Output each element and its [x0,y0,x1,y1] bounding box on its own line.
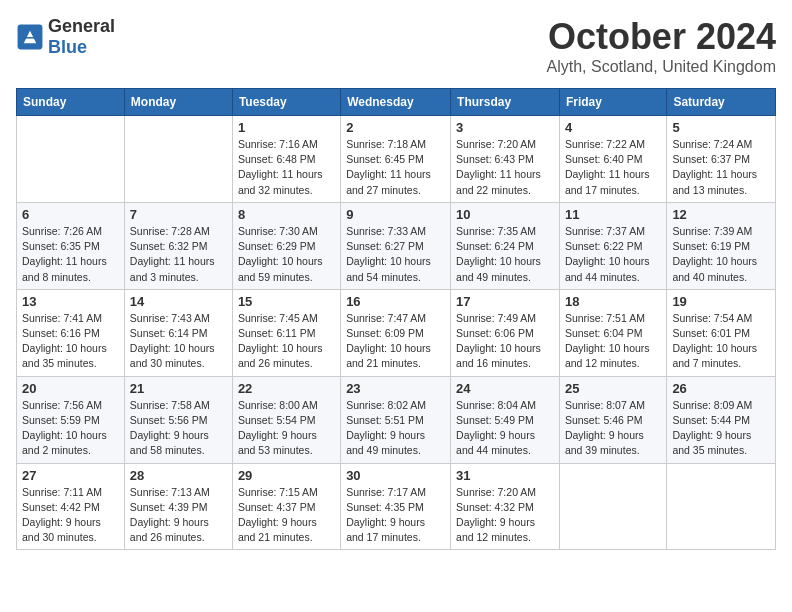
day-number: 29 [238,468,335,483]
calendar-cell: 16Sunrise: 7:47 AM Sunset: 6:09 PM Dayli… [341,289,451,376]
day-number: 10 [456,207,554,222]
day-number: 6 [22,207,119,222]
calendar-cell: 29Sunrise: 7:15 AM Sunset: 4:37 PM Dayli… [232,463,340,550]
calendar-cell: 7Sunrise: 7:28 AM Sunset: 6:32 PM Daylig… [124,202,232,289]
cell-details: Sunrise: 7:35 AM Sunset: 6:24 PM Dayligh… [456,224,554,285]
day-number: 19 [672,294,770,309]
cell-details: Sunrise: 7:51 AM Sunset: 6:04 PM Dayligh… [565,311,661,372]
logo-general: General [48,16,115,36]
page-header: General Blue October 2024 Alyth, Scotlan… [16,16,776,76]
calendar-cell: 18Sunrise: 7:51 AM Sunset: 6:04 PM Dayli… [559,289,666,376]
day-number: 15 [238,294,335,309]
day-number: 23 [346,381,445,396]
day-number: 25 [565,381,661,396]
calendar-cell: 1Sunrise: 7:16 AM Sunset: 6:48 PM Daylig… [232,116,340,203]
calendar-cell: 26Sunrise: 8:09 AM Sunset: 5:44 PM Dayli… [667,376,776,463]
day-header-thursday: Thursday [451,89,560,116]
calendar-cell: 5Sunrise: 7:24 AM Sunset: 6:37 PM Daylig… [667,116,776,203]
calendar-cell: 9Sunrise: 7:33 AM Sunset: 6:27 PM Daylig… [341,202,451,289]
cell-details: Sunrise: 7:26 AM Sunset: 6:35 PM Dayligh… [22,224,119,285]
month-title: October 2024 [547,16,776,58]
cell-details: Sunrise: 7:24 AM Sunset: 6:37 PM Dayligh… [672,137,770,198]
cell-details: Sunrise: 7:41 AM Sunset: 6:16 PM Dayligh… [22,311,119,372]
calendar-cell: 11Sunrise: 7:37 AM Sunset: 6:22 PM Dayli… [559,202,666,289]
day-header-tuesday: Tuesday [232,89,340,116]
day-number: 2 [346,120,445,135]
cell-details: Sunrise: 7:33 AM Sunset: 6:27 PM Dayligh… [346,224,445,285]
day-number: 31 [456,468,554,483]
day-header-monday: Monday [124,89,232,116]
cell-details: Sunrise: 8:09 AM Sunset: 5:44 PM Dayligh… [672,398,770,459]
location-title: Alyth, Scotland, United Kingdom [547,58,776,76]
cell-details: Sunrise: 7:43 AM Sunset: 6:14 PM Dayligh… [130,311,227,372]
cell-details: Sunrise: 7:56 AM Sunset: 5:59 PM Dayligh… [22,398,119,459]
calendar-week-row: 1Sunrise: 7:16 AM Sunset: 6:48 PM Daylig… [17,116,776,203]
calendar-cell: 30Sunrise: 7:17 AM Sunset: 4:35 PM Dayli… [341,463,451,550]
calendar-cell: 8Sunrise: 7:30 AM Sunset: 6:29 PM Daylig… [232,202,340,289]
day-number: 16 [346,294,445,309]
cell-details: Sunrise: 7:15 AM Sunset: 4:37 PM Dayligh… [238,485,335,546]
day-number: 4 [565,120,661,135]
day-number: 28 [130,468,227,483]
calendar-cell: 22Sunrise: 8:00 AM Sunset: 5:54 PM Dayli… [232,376,340,463]
cell-details: Sunrise: 7:11 AM Sunset: 4:42 PM Dayligh… [22,485,119,546]
day-number: 13 [22,294,119,309]
calendar-cell: 20Sunrise: 7:56 AM Sunset: 5:59 PM Dayli… [17,376,125,463]
calendar-cell: 2Sunrise: 7:18 AM Sunset: 6:45 PM Daylig… [341,116,451,203]
cell-details: Sunrise: 7:18 AM Sunset: 6:45 PM Dayligh… [346,137,445,198]
calendar-cell [124,116,232,203]
svg-rect-2 [25,37,34,39]
calendar-week-row: 27Sunrise: 7:11 AM Sunset: 4:42 PM Dayli… [17,463,776,550]
day-number: 9 [346,207,445,222]
day-number: 20 [22,381,119,396]
day-number: 22 [238,381,335,396]
calendar-cell: 17Sunrise: 7:49 AM Sunset: 6:06 PM Dayli… [451,289,560,376]
logo: General Blue [16,16,115,58]
calendar-cell: 3Sunrise: 7:20 AM Sunset: 6:43 PM Daylig… [451,116,560,203]
calendar-cell: 25Sunrise: 8:07 AM Sunset: 5:46 PM Dayli… [559,376,666,463]
calendar-cell: 28Sunrise: 7:13 AM Sunset: 4:39 PM Dayli… [124,463,232,550]
logo-icon [16,23,44,51]
day-number: 7 [130,207,227,222]
cell-details: Sunrise: 7:28 AM Sunset: 6:32 PM Dayligh… [130,224,227,285]
day-header-sunday: Sunday [17,89,125,116]
calendar-table: SundayMondayTuesdayWednesdayThursdayFrid… [16,88,776,550]
day-number: 14 [130,294,227,309]
cell-details: Sunrise: 7:13 AM Sunset: 4:39 PM Dayligh… [130,485,227,546]
cell-details: Sunrise: 7:39 AM Sunset: 6:19 PM Dayligh… [672,224,770,285]
title-area: October 2024 Alyth, Scotland, United Kin… [547,16,776,76]
calendar-cell: 6Sunrise: 7:26 AM Sunset: 6:35 PM Daylig… [17,202,125,289]
logo-blue: Blue [48,37,87,57]
cell-details: Sunrise: 7:17 AM Sunset: 4:35 PM Dayligh… [346,485,445,546]
day-number: 26 [672,381,770,396]
day-number: 27 [22,468,119,483]
cell-details: Sunrise: 7:20 AM Sunset: 6:43 PM Dayligh… [456,137,554,198]
calendar-cell: 14Sunrise: 7:43 AM Sunset: 6:14 PM Dayli… [124,289,232,376]
cell-details: Sunrise: 8:02 AM Sunset: 5:51 PM Dayligh… [346,398,445,459]
logo-text: General Blue [48,16,115,58]
cell-details: Sunrise: 7:20 AM Sunset: 4:32 PM Dayligh… [456,485,554,546]
day-number: 11 [565,207,661,222]
calendar-cell [667,463,776,550]
cell-details: Sunrise: 7:37 AM Sunset: 6:22 PM Dayligh… [565,224,661,285]
day-number: 3 [456,120,554,135]
calendar-cell: 15Sunrise: 7:45 AM Sunset: 6:11 PM Dayli… [232,289,340,376]
calendar-cell: 13Sunrise: 7:41 AM Sunset: 6:16 PM Dayli… [17,289,125,376]
day-number: 30 [346,468,445,483]
cell-details: Sunrise: 8:00 AM Sunset: 5:54 PM Dayligh… [238,398,335,459]
cell-details: Sunrise: 7:16 AM Sunset: 6:48 PM Dayligh… [238,137,335,198]
calendar-cell [559,463,666,550]
calendar-week-row: 6Sunrise: 7:26 AM Sunset: 6:35 PM Daylig… [17,202,776,289]
calendar-cell: 27Sunrise: 7:11 AM Sunset: 4:42 PM Dayli… [17,463,125,550]
day-header-wednesday: Wednesday [341,89,451,116]
cell-details: Sunrise: 8:04 AM Sunset: 5:49 PM Dayligh… [456,398,554,459]
calendar-cell: 12Sunrise: 7:39 AM Sunset: 6:19 PM Dayli… [667,202,776,289]
day-number: 21 [130,381,227,396]
cell-details: Sunrise: 7:58 AM Sunset: 5:56 PM Dayligh… [130,398,227,459]
calendar-header-row: SundayMondayTuesdayWednesdayThursdayFrid… [17,89,776,116]
cell-details: Sunrise: 7:45 AM Sunset: 6:11 PM Dayligh… [238,311,335,372]
cell-details: Sunrise: 8:07 AM Sunset: 5:46 PM Dayligh… [565,398,661,459]
calendar-cell: 31Sunrise: 7:20 AM Sunset: 4:32 PM Dayli… [451,463,560,550]
day-number: 18 [565,294,661,309]
cell-details: Sunrise: 7:47 AM Sunset: 6:09 PM Dayligh… [346,311,445,372]
